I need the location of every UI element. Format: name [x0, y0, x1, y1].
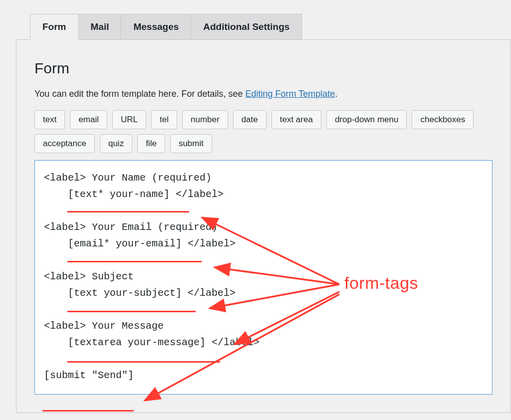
- tag-textarea-button[interactable]: text area: [271, 110, 321, 129]
- tab-mail[interactable]: Mail: [78, 14, 122, 40]
- panel-desc-text: You can edit the form template here. For…: [34, 89, 246, 99]
- panel-description: You can edit the form template here. For…: [34, 89, 493, 99]
- annotation-underline-3: [67, 311, 196, 312]
- form-template-editor[interactable]: <label> Your Name (required) [text* your…: [34, 160, 493, 395]
- annotation-underline-1: [67, 211, 189, 212]
- tag-button-row: text email URL tel number date text area…: [34, 110, 493, 153]
- tag-dropdown-button[interactable]: drop-down menu: [326, 110, 407, 129]
- annotation-label: form-tags: [344, 273, 418, 293]
- tag-quiz-button[interactable]: quiz: [100, 134, 132, 153]
- tab-additional-settings[interactable]: Additional Settings: [191, 14, 302, 40]
- tag-email-button[interactable]: email: [70, 110, 107, 129]
- annotation-underline-4: [67, 361, 220, 363]
- tag-url-button[interactable]: URL: [112, 110, 146, 129]
- form-panel: Form You can edit the form template here…: [16, 39, 511, 413]
- tag-acceptance-button[interactable]: acceptance: [34, 134, 95, 153]
- tab-form[interactable]: Form: [30, 14, 79, 40]
- panel-desc-suffix: .: [335, 89, 337, 99]
- annotation-underline-2: [67, 261, 202, 262]
- tag-tel-button[interactable]: tel: [151, 110, 177, 129]
- tag-number-button[interactable]: number: [182, 110, 228, 129]
- panel-title: Form: [34, 60, 493, 77]
- tag-file-button[interactable]: file: [137, 134, 165, 153]
- tab-bar: Form Mail Messages Additional Settings: [0, 0, 511, 40]
- tag-text-button[interactable]: text: [34, 110, 65, 129]
- editing-form-template-link[interactable]: Editing Form Template: [246, 89, 335, 99]
- tag-date-button[interactable]: date: [233, 110, 266, 129]
- tag-checkboxes-button[interactable]: checkboxes: [412, 110, 474, 129]
- tab-messages[interactable]: Messages: [121, 14, 191, 40]
- tag-submit-button[interactable]: submit: [170, 134, 212, 153]
- annotation-underline-5: [42, 410, 134, 412]
